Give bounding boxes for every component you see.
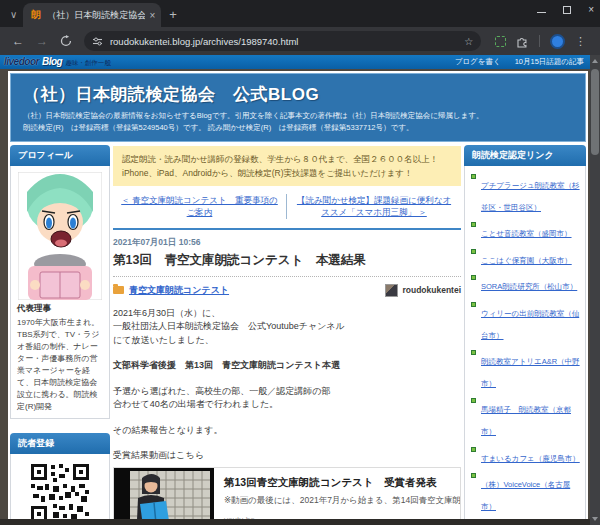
reload-icon[interactable] [60,35,72,47]
certified-link-item[interactable]: ウィリーの出前朗読教室（仙台市） [471,300,580,343]
url-text[interactable]: roudokukentei.blog.jp/archives/1989740.h… [110,36,458,47]
profile-box: 代表理事 1970年大阪市生まれ。TBS系列で、TV・ラジオ番組の制作、ナレータ… [10,166,110,419]
author-avatar [385,284,398,297]
profile-section-header: プロフィール [10,145,110,166]
tab-search-icon[interactable]: ∨ [10,9,17,20]
post-title: 第13回 青空文庫朗読コンテスト 本選結果 [113,252,461,277]
category-link[interactable]: 青空文庫朗読コンテスト [129,284,229,297]
favicon-icon: 朗 [31,8,41,22]
forward-icon[interactable]: → [36,34,48,48]
livedoor-wordmark: livedoor [4,56,39,67]
page-scrollbar[interactable] [590,55,600,525]
bullet-icon [471,275,476,280]
new-tab-button[interactable]: + [169,7,177,22]
livedoor-logo[interactable]: livedoor Blog 趣味・創作一般 [4,56,111,68]
close-icon[interactable]: × [588,5,594,15]
certified-link[interactable]: ここはぐ保育園（大阪市） [481,256,572,265]
site-container: （社）日本朗読検定協会 公式BLOG （社）日本朗読検定協会の最新情報をお知らせ… [8,71,588,525]
minimize-icon[interactable] [537,12,546,13]
certified-link[interactable]: ウィリーの出前朗読教室（仙台市） [481,309,579,340]
post-paragraph: 文部科学省後援 第13回 青空文庫朗読コンテスト本選 [113,359,461,373]
post-body: 2021年6月30日（水）に、一般社団法人日本朗読検定協会 公式Youtubeチ… [113,307,461,463]
post-paragraph: 2021年6月30日（水）に、 [113,307,461,321]
write-blog-link[interactable]: ブログを書く [455,57,501,67]
certified-link-item[interactable]: プチプラージュ朗読教室（杉並区・世田谷区） [471,172,580,215]
browser-tab[interactable]: 朗 （社）日本朗読検定協会 公式 × [23,3,161,27]
certified-link[interactable]: プチプラージュ朗読教室（杉並区・世田谷区） [481,181,580,212]
certified-link-item[interactable]: すまいるカフェ（鹿児島市） [471,445,580,467]
certified-link-item[interactable]: 朗読教室アトリエA&R（中野市） [471,348,580,391]
video-embed-card[interactable]: 第13回青空文庫朗読コンテスト 受賞者発表 ※動画の最後には、2021年7月から… [113,467,461,525]
window-bottom-edge [0,519,590,525]
bullet-icon [471,174,476,179]
blog-header: （社）日本朗読検定協会 公式BLOG （社）日本朗読検定協会の最新情報をお知らせ… [10,73,586,142]
bullet-icon [471,447,476,452]
main-column: 認定朗読・読み聞かせ講師の登録数、学生から８０代まで、全国２６００名以上！ iP… [113,145,461,525]
scrollbar-thumb[interactable] [591,69,599,155]
bullet-icon [471,302,476,307]
prev-post-link[interactable]: ＜ 青空文庫朗読コンテスト 重要事項のご案内 [121,195,278,217]
video-thumbnail[interactable] [114,468,214,525]
extension-capture-icon[interactable] [495,36,506,47]
post-navigation: ＜ 青空文庫朗読コンテスト 重要事項のご案内 【読み聞かせ検定】課題録画に便利な… [113,194,461,219]
address-bar[interactable]: roudokukentei.blog.jp/archives/1989740.h… [84,31,481,51]
certified-links-header: 朗読検定認定リンク [464,145,586,166]
post-paragraph: 受賞結果動画はこちら [113,449,461,463]
left-sidebar: プロフィール [10,145,110,525]
site-settings-icon[interactable] [92,36,103,47]
browser-menu-icon[interactable]: ⋮ [575,35,586,48]
certified-link-item[interactable]: 馬場精子 朗読教室（京都市） [471,396,580,439]
post-paragraph: 合わせて40名の出場者で行われました。 [113,398,461,412]
browser-titlebar: ∨ 朗 （社）日本朗読検定協会 公式 × + × [0,0,600,27]
post-paragraph: 予選から選ばれた、高校生の部、一般／認定講師の部 [113,385,461,399]
livedoor-tagline: 趣味・創作一般 [65,59,111,68]
profile-avatar-icon[interactable] [550,34,565,49]
reader-section-header: 読者登録 [10,433,110,454]
certified-link[interactable]: すまいるカフェ（鹿児島市） [481,454,580,463]
certified-link-item[interactable]: （株）VoiceVoice（名古屋市） [471,471,580,514]
livedoor-blog-wordmark: Blog [42,56,62,67]
video-title: 第13回青空文庫朗読コンテスト 受賞者発表 [224,476,450,490]
scroll-up-icon[interactable] [592,59,598,63]
post-date: 2021年07月01日 10:56 [113,237,461,249]
post-paragraph: その結果報告となります。 [113,424,461,438]
scroll-down-icon[interactable] [592,517,598,521]
notice-box: 認定朗読・読み聞かせ講師の登録数、学生から８０代まで、全国２６００名以上！ iP… [113,146,461,186]
bullet-icon [471,398,476,403]
right-sidebar: 朗読検定認定リンク プチプラージュ朗読教室（杉並区・世田谷区） ことせ音読教室（… [464,145,586,525]
certified-link[interactable]: ことせ音読教室（盛岡市） [481,229,572,238]
certified-link-item[interactable]: SORA朗読研究所（松山市） [471,273,580,295]
certified-links-list: プチプラージュ朗読教室（杉並区・世田谷区） ことせ音読教室（盛岡市） ここはぐ保… [464,166,586,525]
topics-link[interactable]: 10月15日話題の記事 [515,57,584,67]
certified-link-item[interactable]: ここはぐ保育園（大阪市） [471,247,580,269]
maximize-icon[interactable] [563,6,571,14]
certified-link[interactable]: 朗読教室アトリエA&R（中野市） [481,357,580,388]
bullet-icon [471,222,476,227]
author-name: roudokukentei [402,285,461,295]
qr-code-image [29,462,91,524]
window-controls: × [537,5,594,15]
bullet-icon [471,350,476,355]
next-post-link[interactable]: 【読み聞かせ検定】課題録画に便利なオススメ「スマホ用三脚」 ＞ [297,195,451,217]
extensions-puzzle-icon[interactable] [516,35,529,48]
certified-link[interactable]: （株）VoiceVoice（名古屋市） [481,480,570,511]
bullet-icon [471,249,476,254]
blog-subtitle-line2: 朗読検定(R) は登録商標（登録第5249540号）です。 読み聞かせ検定(R)… [23,122,573,134]
video-description: ※動画の最後には、2021年7月から始まる、第14回青空文庫朗… [224,495,450,507]
back-icon[interactable]: ← [12,34,24,48]
tab-close-icon[interactable]: × [149,10,155,21]
blog-title: （社）日本朗読検定協会 公式BLOG [23,83,573,106]
notice-line2: iPhone、iPad、Androidから、朗読検定(R)実技課題をご提出いただ… [122,166,452,180]
reader-box [10,454,110,525]
profile-role: 代表理事 [17,303,103,315]
category-row: 青空文庫朗読コンテスト roudokukentei [113,284,461,297]
certified-link[interactable]: SORA朗読研究所（松山市） [481,282,577,291]
certified-link[interactable]: 馬場精子 朗読教室（京都市） [481,405,571,436]
author-chip[interactable]: roudokukentei [385,284,461,297]
profile-bio: 1970年大阪市生まれ。TBS系列で、TV・ラジオ番組の制作、ナレーター・声優事… [17,317,103,413]
toolbar-separator [539,35,540,47]
certified-link-item[interactable]: ことせ音読教室（盛岡市） [471,220,580,242]
video-meta: 第13回青空文庫朗読コンテスト 受賞者発表 ※動画の最後には、2021年7月から… [214,468,460,525]
blog-subtitle-line1: （社）日本朗読検定協会の最新情報をお知らせするBlogです。引用文を除く記事本文… [23,110,573,122]
bookmark-star-icon[interactable]: ☆ [464,36,473,47]
